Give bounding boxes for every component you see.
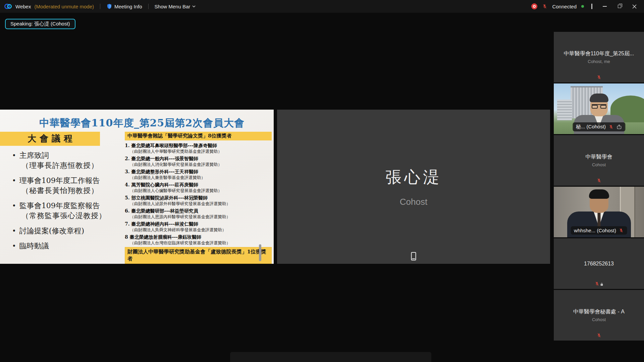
speaking-indicator-text: Speaking: 張心湜 (Cohost)	[10, 21, 70, 27]
agenda-item: 臨時動議	[12, 241, 114, 251]
participant-rail: 中華醫學會110年度_第25屆... Cohost, me 秘... (Coho…	[554, 32, 644, 341]
phone-device-icon	[411, 252, 416, 260]
mic-muted-icon	[594, 281, 599, 286]
mic-muted-icon	[608, 124, 613, 129]
recording-indicator-icon	[531, 3, 537, 9]
mic-muted-icon	[596, 178, 601, 183]
award-item: 6. 臺北榮總醫研部---林益塋研究員 （由財團法人思源內科醫學研究發展基金會評…	[125, 208, 272, 220]
restore-button[interactable]	[614, 2, 625, 11]
award-item: 3. 臺北榮總整形外科---王天祥醫師 （由財團法人兼善醫學基金會評選贊助）	[125, 169, 272, 180]
connected-dot-icon	[581, 5, 584, 8]
shared-content-slide[interactable]: 中華醫學會110年度_第25屆第2次會員大會 大會議程 主席致詞 （理事長許惠恒…	[0, 110, 274, 264]
participant-name: 中華醫學會秘書處 - A	[573, 308, 625, 315]
show-menu-bar-button[interactable]: Show Menu Bar	[155, 4, 196, 9]
slide-scrollbar[interactable]	[259, 244, 261, 261]
mic-muted-icon	[596, 333, 601, 338]
speaking-indicator: Speaking: 張心湜 (Cohost)	[5, 19, 75, 29]
meeting-info-button[interactable]: Meeting Info	[106, 3, 142, 9]
restore-icon	[618, 5, 621, 8]
agenda-header: 大會議程	[0, 132, 100, 146]
divider	[100, 4, 100, 9]
divider	[591, 4, 592, 9]
agenda-item: 主席致詞 （理事長許惠恒教授）	[12, 150, 114, 171]
mic-muted-icon	[542, 4, 547, 9]
participant-name-pill: whhshe... (Cohost)	[571, 226, 627, 235]
participant-tile[interactable]: 中華醫學會 Cohost	[554, 135, 644, 186]
agenda-item: 理事會109年度工作報告 （秘書長黃怡翔教授）	[12, 176, 114, 196]
active-speaker-name: 張心湜	[385, 167, 442, 188]
slide-agenda-column: 大會議程 主席致詞 （理事長許惠恒教授） 理事會109年度工作報告 （秘書長黃怡…	[0, 132, 114, 256]
award-item: 5. 部立桃園醫院泌尿外科---林冠榮醫師 （由財團法人泌尿外科醫學研究發展基金…	[125, 195, 272, 206]
mic-muted-icon	[619, 228, 624, 233]
participant-tile[interactable]: 中華醫學會110年度_第25屆... Cohost, me	[554, 32, 644, 82]
participant-name: whhshe... (Cohost)	[574, 228, 616, 233]
sharing-icon	[616, 124, 622, 130]
participant-tile[interactable]: 中華醫學會秘書處 - A Cohost	[554, 290, 644, 341]
special-award-header: 財團法人中華醫學研究獎助基金會「盧致德院長獎」1位獲獎者	[125, 247, 272, 264]
award-item: 4. 萬芳醫院心臟內科---莊再庚醫師 （由財團法人心臟醫學研究發展基金會評選贊…	[125, 182, 272, 193]
close-icon	[632, 4, 637, 9]
minimize-button[interactable]	[600, 2, 610, 11]
participant-tile[interactable]: whhshe... (Cohost)	[554, 187, 644, 237]
participant-tile[interactable]: 1768252613	[554, 238, 644, 289]
award-item: 7. 臺北榮總神經內科---林浚仁醫師 （由財團法人吳舜文神經科學發展基金會評選…	[125, 221, 272, 233]
participant-role: Cohost	[592, 162, 606, 167]
app-title: Webex	[15, 4, 31, 9]
participant-name-pill: 秘... (Cohost)	[573, 122, 625, 131]
participant-tile[interactable]: 秘... (Cohost)	[554, 83, 644, 134]
participant-role: Cohost, me	[588, 59, 610, 64]
mic-muted-icon	[596, 75, 601, 80]
award-item: 1. 臺北榮總耳鼻喉頭頸醫學部---陳彥奇醫師 （由財團法人中華醫學研究獎助基金…	[125, 142, 272, 154]
participant-role: Cohost	[592, 317, 606, 322]
participant-name: 1768252613	[584, 260, 614, 267]
active-speaker-role: Cohost	[400, 197, 427, 207]
unmute-mode-label: (Moderated unmute mode)	[34, 4, 94, 9]
lock-icon	[600, 283, 603, 286]
connection-status: Connected	[552, 4, 577, 9]
participant-name: 秘... (Cohost)	[576, 124, 606, 130]
meeting-info-label: Meeting Info	[114, 4, 142, 9]
award-item: 8 臺北榮總放射腫瘤科---康鈺玫醫師 （由財團法人台灣癌症臨床研究發展基金會評…	[125, 234, 272, 246]
webex-logo-icon	[4, 3, 12, 10]
divider	[148, 4, 149, 9]
participant-name: 中華醫學會110年度_第25屆...	[564, 50, 634, 57]
close-button[interactable]	[629, 2, 639, 11]
control-bar-hint	[230, 352, 431, 362]
agenda-item: 討論提案(修改章程)	[12, 226, 114, 236]
participant-name: 中華醫學會	[586, 154, 612, 160]
shield-icon	[106, 3, 112, 9]
minimize-icon	[603, 6, 607, 7]
slide-title: 中華醫學會110年度_第25屆第2次會員大會	[20, 116, 264, 130]
chevron-down-icon	[192, 5, 196, 8]
titlebar: Webex (Moderated unmute mode) Meeting In…	[0, 0, 644, 13]
active-speaker-tile[interactable]: 張心湜 Cohost	[277, 110, 550, 264]
agenda-item: 監事會109年度監察報告 （常務監事張心湜教授）	[12, 201, 114, 221]
awards-header: 中華醫學會雜誌「醫學研究論文獎」8位獲獎者	[125, 132, 272, 140]
show-menu-bar-label: Show Menu Bar	[155, 4, 191, 9]
slide-awards-column: 中華醫學會雜誌「醫學研究論文獎」8位獲獎者 1. 臺北榮總耳鼻喉頭頸醫學部---…	[125, 132, 272, 264]
award-item: 2. 臺北榮總一般內科---張景智醫師 （由財團法人消化醫學研究發展基金會評選贊…	[125, 156, 272, 167]
